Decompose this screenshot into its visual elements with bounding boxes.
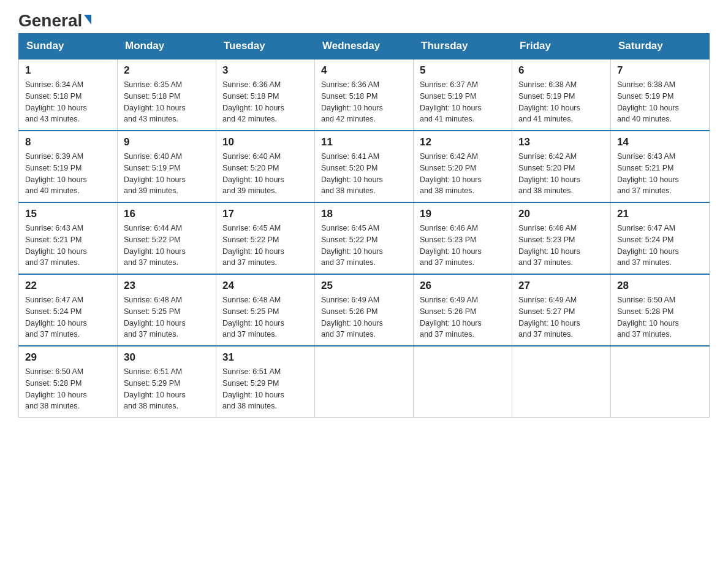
day-number: 21 [617, 208, 703, 220]
calendar-cell: 16 Sunrise: 6:44 AM Sunset: 5:22 PM Dayl… [118, 202, 216, 274]
calendar-cell: 4 Sunrise: 6:36 AM Sunset: 5:18 PM Dayli… [315, 59, 414, 131]
day-number: 7 [617, 64, 703, 77]
day-number: 10 [222, 136, 308, 148]
calendar-cell: 9 Sunrise: 6:40 AM Sunset: 5:19 PM Dayli… [118, 131, 216, 202]
week-row-4: 22 Sunrise: 6:47 AM Sunset: 5:24 PM Dayl… [19, 274, 710, 346]
calendar-cell: 18 Sunrise: 6:45 AM Sunset: 5:22 PM Dayl… [315, 202, 414, 274]
day-info: Sunrise: 6:44 AM Sunset: 5:22 PM Dayligh… [124, 223, 210, 269]
day-number: 14 [617, 136, 703, 148]
calendar-cell: 13 Sunrise: 6:42 AM Sunset: 5:20 PM Dayl… [512, 131, 611, 202]
calendar-cell: 3 Sunrise: 6:36 AM Sunset: 5:18 PM Dayli… [216, 59, 315, 131]
calendar-cell: 22 Sunrise: 6:47 AM Sunset: 5:24 PM Dayl… [19, 274, 118, 346]
day-info: Sunrise: 6:38 AM Sunset: 5:19 PM Dayligh… [518, 79, 604, 125]
day-number: 20 [518, 208, 604, 220]
logo: General [18, 12, 91, 27]
day-info: Sunrise: 6:47 AM Sunset: 5:24 PM Dayligh… [617, 223, 703, 269]
calendar-cell: 1 Sunrise: 6:34 AM Sunset: 5:18 PM Dayli… [19, 59, 118, 131]
day-number: 8 [25, 136, 111, 148]
calendar-cell: 6 Sunrise: 6:38 AM Sunset: 5:19 PM Dayli… [512, 59, 611, 131]
day-info: Sunrise: 6:51 AM Sunset: 5:29 PM Dayligh… [124, 366, 210, 412]
day-number: 30 [124, 351, 210, 364]
day-number: 11 [321, 136, 407, 148]
day-info: Sunrise: 6:50 AM Sunset: 5:28 PM Dayligh… [617, 294, 703, 340]
day-info: Sunrise: 6:36 AM Sunset: 5:18 PM Dayligh… [222, 79, 308, 125]
day-number: 23 [124, 280, 210, 292]
calendar-cell: 14 Sunrise: 6:43 AM Sunset: 5:21 PM Dayl… [611, 131, 710, 202]
day-info: Sunrise: 6:48 AM Sunset: 5:25 PM Dayligh… [222, 294, 308, 340]
calendar-cell: 12 Sunrise: 6:42 AM Sunset: 5:20 PM Dayl… [414, 131, 512, 202]
calendar-cell: 11 Sunrise: 6:41 AM Sunset: 5:20 PM Dayl… [315, 131, 414, 202]
calendar-cell: 19 Sunrise: 6:46 AM Sunset: 5:23 PM Dayl… [414, 202, 512, 274]
day-info: Sunrise: 6:40 AM Sunset: 5:19 PM Dayligh… [124, 151, 210, 197]
calendar-header-row: SundayMondayTuesdayWednesdayThursdayFrid… [19, 34, 710, 59]
day-info: Sunrise: 6:50 AM Sunset: 5:28 PM Dayligh… [25, 366, 111, 412]
day-number: 13 [518, 136, 604, 148]
day-number: 29 [25, 351, 111, 364]
calendar-cell: 10 Sunrise: 6:40 AM Sunset: 5:20 PM Dayl… [216, 131, 315, 202]
day-info: Sunrise: 6:40 AM Sunset: 5:20 PM Dayligh… [222, 151, 308, 197]
day-number: 22 [25, 280, 111, 292]
calendar-cell: 31 Sunrise: 6:51 AM Sunset: 5:29 PM Dayl… [216, 346, 315, 418]
calendar-cell: 15 Sunrise: 6:43 AM Sunset: 5:21 PM Dayl… [19, 202, 118, 274]
day-info: Sunrise: 6:49 AM Sunset: 5:26 PM Dayligh… [420, 294, 506, 340]
calendar-cell: 17 Sunrise: 6:45 AM Sunset: 5:22 PM Dayl… [216, 202, 315, 274]
day-number: 5 [420, 64, 506, 77]
day-info: Sunrise: 6:43 AM Sunset: 5:21 PM Dayligh… [617, 151, 703, 197]
calendar-cell [512, 346, 611, 418]
day-number: 6 [518, 64, 604, 77]
calendar-cell: 26 Sunrise: 6:49 AM Sunset: 5:26 PM Dayl… [414, 274, 512, 346]
calendar-header-tuesday: Tuesday [216, 34, 315, 59]
day-info: Sunrise: 6:43 AM Sunset: 5:21 PM Dayligh… [25, 223, 111, 269]
calendar-header-saturday: Saturday [611, 34, 710, 59]
day-info: Sunrise: 6:39 AM Sunset: 5:19 PM Dayligh… [25, 151, 111, 197]
day-number: 26 [420, 280, 506, 292]
day-info: Sunrise: 6:46 AM Sunset: 5:23 PM Dayligh… [518, 223, 604, 269]
day-number: 3 [222, 64, 308, 77]
day-number: 28 [617, 280, 703, 292]
day-info: Sunrise: 6:48 AM Sunset: 5:25 PM Dayligh… [124, 294, 210, 340]
day-info: Sunrise: 6:42 AM Sunset: 5:20 PM Dayligh… [518, 151, 604, 197]
day-info: Sunrise: 6:47 AM Sunset: 5:24 PM Dayligh… [25, 294, 111, 340]
day-info: Sunrise: 6:41 AM Sunset: 5:20 PM Dayligh… [321, 151, 407, 197]
day-info: Sunrise: 6:36 AM Sunset: 5:18 PM Dayligh… [321, 79, 407, 125]
day-info: Sunrise: 6:35 AM Sunset: 5:18 PM Dayligh… [124, 79, 210, 125]
day-number: 31 [222, 351, 308, 364]
page-header: General [18, 12, 710, 27]
day-number: 9 [124, 136, 210, 148]
calendar-cell: 20 Sunrise: 6:46 AM Sunset: 5:23 PM Dayl… [512, 202, 611, 274]
day-number: 27 [518, 280, 604, 292]
day-info: Sunrise: 6:49 AM Sunset: 5:27 PM Dayligh… [518, 294, 604, 340]
calendar-cell [315, 346, 414, 418]
calendar-cell: 27 Sunrise: 6:49 AM Sunset: 5:27 PM Dayl… [512, 274, 611, 346]
day-number: 4 [321, 64, 407, 77]
day-info: Sunrise: 6:38 AM Sunset: 5:19 PM Dayligh… [617, 79, 703, 125]
day-number: 17 [222, 208, 308, 220]
calendar-cell: 21 Sunrise: 6:47 AM Sunset: 5:24 PM Dayl… [611, 202, 710, 274]
logo-arrow-icon [84, 15, 91, 25]
calendar-header-monday: Monday [118, 34, 216, 59]
day-info: Sunrise: 6:51 AM Sunset: 5:29 PM Dayligh… [222, 366, 308, 412]
day-info: Sunrise: 6:46 AM Sunset: 5:23 PM Dayligh… [420, 223, 506, 269]
day-number: 15 [25, 208, 111, 220]
day-info: Sunrise: 6:49 AM Sunset: 5:26 PM Dayligh… [321, 294, 407, 340]
calendar-header-friday: Friday [512, 34, 611, 59]
day-number: 2 [124, 64, 210, 77]
calendar-cell: 24 Sunrise: 6:48 AM Sunset: 5:25 PM Dayl… [216, 274, 315, 346]
day-number: 24 [222, 280, 308, 292]
calendar-table: SundayMondayTuesdayWednesdayThursdayFrid… [18, 33, 710, 418]
calendar-header-thursday: Thursday [414, 34, 512, 59]
calendar-cell: 5 Sunrise: 6:37 AM Sunset: 5:19 PM Dayli… [414, 59, 512, 131]
calendar-cell: 8 Sunrise: 6:39 AM Sunset: 5:19 PM Dayli… [19, 131, 118, 202]
day-number: 12 [420, 136, 506, 148]
week-row-5: 29 Sunrise: 6:50 AM Sunset: 5:28 PM Dayl… [19, 346, 710, 418]
calendar-cell: 2 Sunrise: 6:35 AM Sunset: 5:18 PM Dayli… [118, 59, 216, 131]
week-row-3: 15 Sunrise: 6:43 AM Sunset: 5:21 PM Dayl… [19, 202, 710, 274]
calendar-cell: 30 Sunrise: 6:51 AM Sunset: 5:29 PM Dayl… [118, 346, 216, 418]
day-number: 16 [124, 208, 210, 220]
week-row-1: 1 Sunrise: 6:34 AM Sunset: 5:18 PM Dayli… [19, 59, 710, 131]
calendar-header-wednesday: Wednesday [315, 34, 414, 59]
day-info: Sunrise: 6:42 AM Sunset: 5:20 PM Dayligh… [420, 151, 506, 197]
calendar-cell: 23 Sunrise: 6:48 AM Sunset: 5:25 PM Dayl… [118, 274, 216, 346]
calendar-cell: 29 Sunrise: 6:50 AM Sunset: 5:28 PM Dayl… [19, 346, 118, 418]
calendar-cell: 7 Sunrise: 6:38 AM Sunset: 5:19 PM Dayli… [611, 59, 710, 131]
